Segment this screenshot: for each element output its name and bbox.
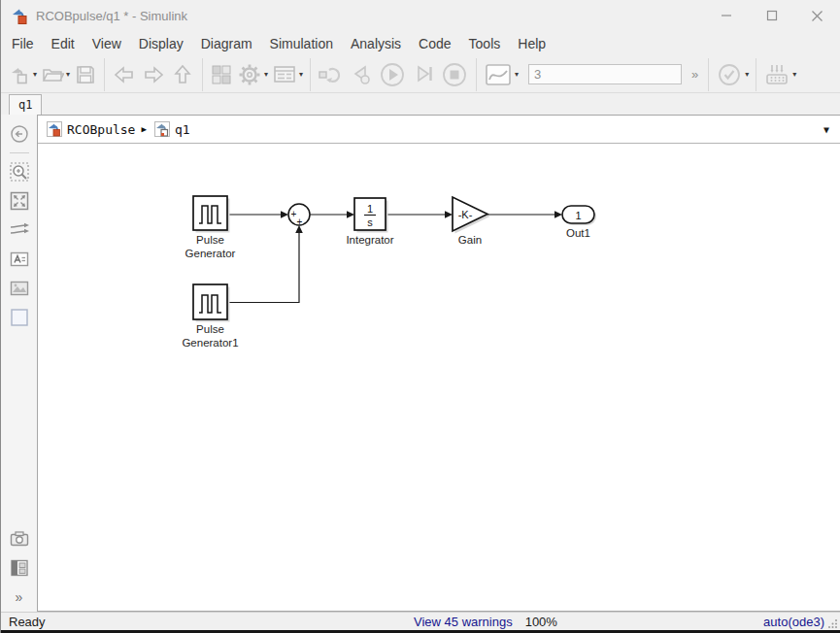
run-button[interactable] xyxy=(376,60,409,89)
menu-analysis[interactable]: Analysis xyxy=(342,36,410,51)
fit-view-icon xyxy=(9,190,30,212)
block-pulse-generator1[interactable]: Pulse Generator1 xyxy=(182,284,238,349)
title-bar: RCOBpulse/q1 * - Simulink xyxy=(1,0,840,31)
block-gain[interactable]: -K- Gain xyxy=(453,197,490,246)
image-button[interactable] xyxy=(7,277,32,300)
wire-pg1-to-sum[interactable] xyxy=(227,232,299,303)
scope-icon xyxy=(484,61,513,88)
open-folder-icon xyxy=(41,63,64,86)
menu-file[interactable]: File xyxy=(3,36,43,51)
warnings-link[interactable]: View 45 warnings xyxy=(414,615,513,629)
update-diagram-icon xyxy=(318,62,345,87)
status-ready: Ready xyxy=(9,615,46,629)
block-pulse-generator[interactable]: Pulse Generator xyxy=(185,196,236,259)
resize-grip[interactable] xyxy=(828,618,838,628)
block-sum[interactable]: + + xyxy=(288,204,310,227)
close-icon xyxy=(811,10,823,22)
step-forward-button[interactable] xyxy=(409,60,438,89)
block-label: Generator xyxy=(185,248,236,259)
simulation-data-inspector-button[interactable]: ▾ xyxy=(482,60,521,89)
menu-simulation[interactable]: Simulation xyxy=(261,36,342,51)
toolbar-separator xyxy=(310,58,311,91)
chevrons-right-icon: » xyxy=(16,589,23,605)
menu-tools[interactable]: Tools xyxy=(460,36,510,51)
solver-link[interactable]: auto(ode3) xyxy=(763,615,824,629)
expand-palette-button[interactable]: » xyxy=(7,585,32,609)
port-number: 1 xyxy=(575,210,581,221)
stop-button[interactable] xyxy=(438,60,471,89)
minimize-button[interactable] xyxy=(703,0,749,31)
signal-routing-button[interactable] xyxy=(7,218,32,242)
zoom-level: 100% xyxy=(525,615,557,629)
block-out1[interactable]: 1 Out1 xyxy=(562,206,596,239)
breadcrumb-dropdown-icon[interactable]: ▼ xyxy=(823,124,829,135)
up-arrow-icon xyxy=(170,62,195,87)
window-title: RCOBpulse/q1 * - Simulink xyxy=(36,9,187,23)
update-diagram-button[interactable] xyxy=(316,60,347,89)
model-browser-button[interactable] xyxy=(7,556,32,580)
forward-button[interactable] xyxy=(139,60,168,89)
block-label: Pulse xyxy=(196,323,224,335)
toolbar-separator xyxy=(756,58,756,91)
up-button[interactable] xyxy=(168,60,197,89)
menu-bar: File Edit View Display Diagram Simulatio… xyxy=(1,31,840,56)
menu-view[interactable]: View xyxy=(84,36,130,51)
library-browser-button[interactable] xyxy=(208,60,235,89)
menu-code[interactable]: Code xyxy=(410,36,459,51)
new-model-button[interactable]: ▾ xyxy=(6,60,39,89)
toolbar-separator xyxy=(708,58,709,91)
screenshot-button[interactable] xyxy=(7,527,32,550)
status-bar: Ready View 45 warnings 100% auto(ode3) xyxy=(1,612,840,630)
stop-time-input[interactable] xyxy=(528,64,682,84)
maximize-button[interactable] xyxy=(749,0,794,31)
simulink-logo-icon xyxy=(11,7,28,24)
check-model-button[interactable]: ▾ xyxy=(714,60,751,89)
pacing-icon xyxy=(763,62,790,87)
step-forward-icon xyxy=(411,62,436,87)
toolbar-overflow-button[interactable]: » xyxy=(686,67,703,82)
breadcrumb-current[interactable]: q1 xyxy=(175,122,190,137)
sum-sign: + xyxy=(297,217,303,227)
fit-to-view-button[interactable] xyxy=(7,189,32,213)
menu-edit[interactable]: Edit xyxy=(43,36,84,51)
fraction-denominator: s xyxy=(367,217,373,228)
stop-icon xyxy=(440,60,469,89)
toolbar-separator xyxy=(104,58,105,91)
model-config-button[interactable]: ▾ xyxy=(235,60,270,89)
step-back-button[interactable] xyxy=(347,60,376,89)
model-settings-button[interactable]: ▾ xyxy=(270,60,305,89)
close-button[interactable] xyxy=(794,0,840,31)
area-box-button[interactable] xyxy=(7,306,32,329)
menu-help[interactable]: Help xyxy=(509,36,554,51)
menu-diagram[interactable]: Diagram xyxy=(192,36,261,51)
hide-browser-button[interactable] xyxy=(7,122,32,146)
image-icon xyxy=(9,278,30,299)
camera-icon xyxy=(9,528,30,550)
tab-q1[interactable]: q1 xyxy=(9,94,42,115)
open-button[interactable]: ▾ xyxy=(39,60,72,89)
zoom-select-button[interactable] xyxy=(7,160,32,183)
canvas[interactable]: Pulse Generator + + 1 s Integrator xyxy=(38,144,840,611)
subsystem-icon xyxy=(154,121,170,137)
save-button[interactable] xyxy=(72,60,99,89)
circle-back-icon xyxy=(10,124,29,144)
window-controls xyxy=(703,0,840,31)
zoom-magnifier-icon xyxy=(9,161,30,183)
breadcrumb: RCOBpulse ▶ q1 ▼ xyxy=(38,116,840,144)
block-integrator[interactable]: 1 s Integrator xyxy=(346,198,393,246)
chevron-down-icon: ▾ xyxy=(792,70,796,79)
run-icon xyxy=(378,60,407,89)
fraction-numerator: 1 xyxy=(367,203,373,215)
model-file-icon xyxy=(47,121,62,137)
block-label: Pulse xyxy=(196,234,224,246)
simulation-pacing-button[interactable]: ▾ xyxy=(761,60,798,89)
gain-value: -K- xyxy=(458,209,473,220)
breadcrumb-root[interactable]: RCOBpulse xyxy=(67,122,135,137)
maximize-icon xyxy=(766,10,778,21)
annotation-icon xyxy=(9,249,30,270)
chevron-down-icon: ▾ xyxy=(66,70,70,79)
menu-display[interactable]: Display xyxy=(130,36,192,51)
back-button[interactable] xyxy=(110,60,139,89)
breadcrumb-arrow-icon: ▶ xyxy=(141,124,146,134)
annotation-button[interactable] xyxy=(7,248,32,271)
